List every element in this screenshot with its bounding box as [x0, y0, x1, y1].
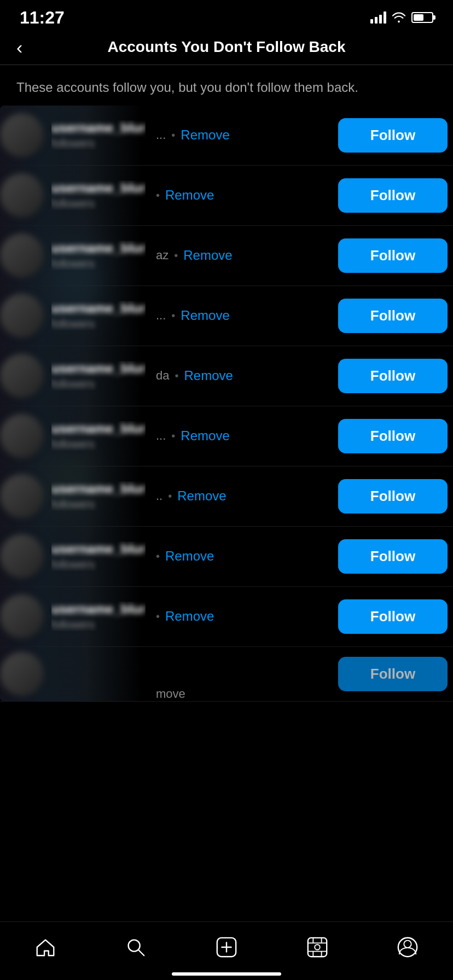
follow-button-2[interactable]: Follow [338, 178, 448, 213]
partial-name-7: .. [156, 489, 162, 503]
follow-button-6[interactable]: Follow [338, 419, 448, 453]
follow-button-4[interactable]: Follow [338, 299, 448, 333]
account-left-7: username_blur followers [0, 466, 153, 526]
follow-button-9[interactable]: Follow [338, 599, 448, 634]
account-left-9: username_blur followers [0, 587, 153, 646]
remove-button-1[interactable]: Remove [181, 127, 229, 143]
bottom-nav [0, 921, 453, 980]
row-meta-7: .. • Remove [156, 488, 226, 504]
avatar-1 [0, 113, 44, 157]
row-right-8: Follow [329, 539, 453, 574]
row-meta-8: • Remove [156, 549, 214, 564]
name-blur-3: username_blur [51, 241, 146, 256]
avatar-9 [0, 594, 44, 638]
home-indicator [172, 972, 281, 976]
partial-name-10: move [156, 687, 185, 701]
signal-icon [370, 11, 386, 24]
follow-button-1[interactable]: Follow [338, 118, 448, 153]
follow-button-7[interactable]: Follow [338, 479, 448, 514]
name-blur-8: username_blur [51, 541, 146, 557]
account-row: username_blur followers da • Remove Foll… [0, 346, 453, 406]
sub-blur-7: followers [51, 498, 146, 511]
name-blur-2: username_blur [51, 180, 146, 196]
partial-name-5: da [156, 369, 169, 383]
account-left-8: username_blur followers [0, 527, 153, 586]
row-meta-2: • Remove [156, 188, 214, 203]
follow-button-10[interactable]: Follow [338, 657, 448, 691]
remove-button-3[interactable]: Remove [183, 248, 232, 263]
avatar-10 [0, 652, 44, 696]
follow-button-5[interactable]: Follow [338, 359, 448, 393]
remove-button-8[interactable]: Remove [165, 549, 214, 564]
account-row: username_blur followers ... • Remove Fol… [0, 106, 453, 166]
partial-name-1: ... [156, 128, 166, 142]
name-blur-6: username_blur [51, 421, 146, 436]
account-row: move Follow [0, 647, 453, 702]
account-row: username_blur followers ... • Remove Fol… [0, 406, 453, 466]
status-icons [370, 11, 433, 24]
svg-point-6 [315, 944, 320, 950]
account-left-1: username_blur followers [0, 106, 153, 165]
create-icon [215, 936, 238, 959]
page-description: These accounts follow you, but you don't… [0, 65, 453, 106]
sub-blur-9: followers [51, 619, 146, 631]
profile-icon [396, 936, 419, 959]
partial-name-3: az [156, 248, 169, 262]
avatar-8 [0, 534, 44, 578]
row-right-5: Follow [329, 359, 453, 393]
nav-search[interactable] [119, 931, 152, 964]
remove-button-6[interactable]: Remove [181, 428, 229, 444]
name-blur-7: username_blur [51, 481, 146, 497]
remove-button-9[interactable]: Remove [165, 609, 214, 624]
sub-blur-3: followers [51, 258, 146, 270]
row-meta-4: ... • Remove [156, 308, 230, 323]
page-title: Accounts You Don't Follow Back [16, 38, 437, 56]
nav-home[interactable] [29, 931, 62, 964]
nav-reels[interactable] [301, 931, 334, 964]
reels-icon [306, 936, 329, 959]
avatar-3 [0, 234, 44, 277]
row-right-2: Follow [329, 178, 453, 213]
name-blur-4: username_blur [51, 301, 146, 316]
partial-name-4: ... [156, 308, 166, 323]
sub-blur-2: followers [51, 197, 146, 210]
svg-point-14 [404, 941, 411, 948]
account-row: username_blur followers ... • Remove Fol… [0, 286, 453, 346]
partial-name-6: ... [156, 429, 166, 443]
account-left-2: username_blur followers [0, 166, 153, 225]
row-right-7: Follow [329, 479, 453, 514]
account-row: username_blur followers az • Remove Foll… [0, 226, 453, 286]
wifi-icon [392, 11, 406, 24]
remove-button-7[interactable]: Remove [177, 488, 226, 504]
row-right-10: Follow [329, 657, 453, 691]
sub-blur-6: followers [51, 438, 146, 451]
avatar-5 [0, 354, 44, 398]
row-right-4: Follow [329, 299, 453, 333]
accounts-list: username_blur followers ... • Remove Fol… [0, 106, 453, 702]
avatar-4 [0, 294, 44, 337]
account-row: username_blur followers • Remove Follow [0, 587, 453, 647]
account-row: username_blur followers • Remove Follow [0, 166, 453, 226]
avatar-7 [0, 474, 44, 518]
remove-button-2[interactable]: Remove [165, 188, 214, 203]
account-left-10 [0, 647, 153, 701]
sub-blur-4: followers [51, 318, 146, 330]
back-button[interactable]: ‹ [16, 37, 22, 58]
row-right-3: Follow [329, 238, 453, 273]
nav-create[interactable] [210, 931, 243, 964]
main-content: These accounts follow you, but you don't… [0, 65, 453, 767]
row-meta-1: ... • Remove [156, 127, 230, 143]
remove-button-5[interactable]: Remove [184, 368, 233, 383]
status-bar: 11:27 [0, 0, 453, 33]
name-blur-9: username_blur [51, 602, 146, 617]
home-icon [34, 936, 57, 959]
remove-button-4[interactable]: Remove [181, 308, 229, 323]
follow-button-3[interactable]: Follow [338, 238, 448, 273]
follow-button-8[interactable]: Follow [338, 539, 448, 574]
avatar-2 [0, 173, 44, 217]
account-row: username_blur followers • Remove Follow [0, 527, 453, 587]
nav-profile[interactable] [391, 931, 424, 964]
account-left-4: username_blur followers [0, 286, 153, 346]
account-left-5: username_blur followers [0, 346, 153, 406]
name-blur-1: username_blur [51, 120, 146, 136]
